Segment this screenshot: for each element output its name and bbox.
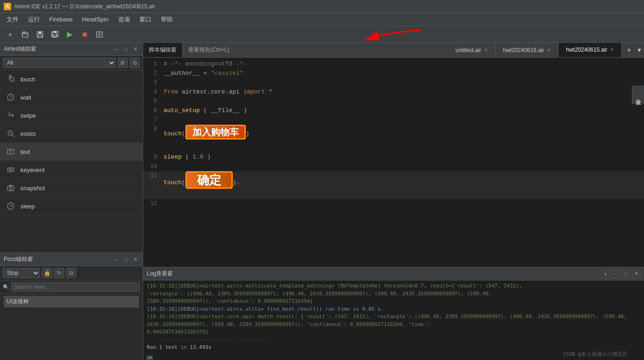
title-bar: A Airtest IDE v1.2.17 ~~ D:\code\code_ai… (0, 0, 644, 13)
poco-refresh-btn[interactable]: ↻ (54, 268, 64, 278)
code-line-9: 9 sleep ( 1.0 ) (143, 153, 644, 162)
tab-hwt20240616[interactable]: hwt20240616.air ✕ (496, 43, 559, 58)
poco-minimize-btn[interactable]: ─ (113, 256, 120, 263)
code-line-8: 8 touch( 加入购物车 ) (143, 125, 644, 153)
save-button[interactable] (33, 28, 46, 41)
snapshot-label: snapshot (20, 185, 45, 192)
tab-hwt20240615[interactable]: hwt20240615.air ✕ (559, 43, 622, 58)
code-line-5: 5 (143, 97, 644, 106)
tab-add-button[interactable]: + (624, 45, 635, 56)
text-label: text (20, 148, 30, 155)
poco-close-btn[interactable]: ✕ (131, 256, 139, 263)
open-button[interactable] (19, 28, 32, 41)
tab-untitled-close[interactable]: ✕ (484, 47, 488, 53)
svg-rect-7 (54, 31, 56, 33)
tab-untitled[interactable]: untitled.air ✕ (448, 43, 495, 58)
keyevent-icon (6, 165, 16, 175)
run-button[interactable]: ▶ (63, 28, 76, 41)
log-close-btn[interactable]: ✕ (632, 270, 640, 278)
menu-window[interactable]: 窗口 (135, 13, 156, 26)
snapshot-icon (6, 183, 16, 193)
log-restore-btn[interactable]: □ (622, 270, 630, 278)
airtest-item-swipe[interactable]: swipe (0, 107, 143, 125)
airtest-item-exists[interactable]: exists (0, 125, 143, 143)
airtest-panel: Airtest辅助窗 ─ □ ✕ All ⊞ ⧉ t (0, 43, 143, 253)
poco-copy-btn[interactable]: ⧉ (66, 268, 76, 278)
svg-rect-23 (10, 169, 12, 170)
save-all-button[interactable] (48, 28, 61, 41)
menu-options[interactable]: 选项 (113, 13, 135, 26)
airtest-filter-select[interactable]: All (3, 58, 116, 68)
code-line-4: 4 from airtest.core.api import * (143, 87, 644, 97)
poco-lock-btn[interactable]: 🔒 (42, 268, 52, 278)
airtest-filter-icon1[interactable]: ⊞ (118, 58, 128, 68)
log-format-btn[interactable]: ≡ (601, 270, 610, 278)
csdn-watermark: CSDN @木土雨成小小测试员 (563, 351, 627, 359)
poco-search-input[interactable] (11, 282, 140, 292)
log-line-2: [16:15:18][DEBUG]<airtest.aircv.utils> f… (147, 306, 640, 313)
log-minimize-btn[interactable]: ─ (611, 270, 620, 278)
menu-bar: 文件 运行 Firebase HeadSpin 选项 窗口 帮助 (0, 13, 644, 26)
app-icon: A (4, 3, 11, 10)
poco-restore-btn[interactable]: □ (122, 256, 130, 263)
code-line-2: 2 __author__ = "cassiel" (143, 69, 644, 78)
poco-search-icon: 🔍 (3, 284, 9, 290)
code-editor[interactable]: 1 # -*- encoding=utf8 -*- 2 __author__ =… (143, 58, 644, 267)
code-line-10: 10 (143, 162, 644, 171)
airtest-panel-title: Airtest辅助窗 (4, 45, 36, 53)
touch-label: touch (20, 76, 35, 83)
editor-tab-bar: 脚本编辑窗 查看报告(Ctrl+L) untitled.air ✕ hwt202… (143, 43, 644, 58)
toolbar: + ▶ ⏹ (0, 26, 644, 43)
right-panel: 脚本编辑窗 查看报告(Ctrl+L) untitled.air ✕ hwt202… (143, 43, 644, 360)
svg-rect-3 (39, 32, 41, 34)
airtest-minimize-btn[interactable]: ─ (113, 46, 120, 53)
airtest-filter-icon2[interactable]: ⧉ (130, 58, 140, 68)
airtest-item-keyevent[interactable]: keyevent (0, 161, 143, 179)
airtest-item-text[interactable]: text (0, 143, 143, 161)
code-line-7: 7 (143, 115, 644, 125)
airtest-filter-bar: All ⊞ ⧉ (0, 56, 143, 70)
poco-tree-item-ui[interactable]: UI连接树 (4, 296, 139, 307)
menu-run[interactable]: 运行 (23, 13, 45, 26)
tab-hwt20240616-close[interactable]: ✕ (547, 47, 551, 53)
menu-help[interactable]: 帮助 (156, 13, 177, 26)
new-button[interactable]: + (4, 28, 17, 41)
log-controls: ≡ ─ □ ✕ (601, 270, 640, 278)
img-btn-add-cart[interactable]: 加入购物车 (185, 125, 246, 140)
log-panel-header: Log查看窗 ≡ ─ □ ✕ (143, 267, 644, 280)
report-button[interactable] (93, 28, 106, 41)
airtest-item-snapshot[interactable]: snapshot (0, 179, 143, 197)
airtest-item-sleep[interactable]: sleep (0, 197, 143, 215)
airtest-item-touch[interactable]: touch (0, 70, 143, 88)
settings-right-button[interactable]: 设备 (632, 86, 644, 104)
img-btn-confirm[interactable]: 确定 (185, 171, 233, 189)
code-line-12: 12 (143, 199, 644, 208)
swipe-label: swipe (20, 112, 36, 119)
airtest-restore-btn[interactable]: □ (122, 46, 130, 53)
poco-search-bar: 🔍 (0, 280, 143, 294)
airtest-close-btn[interactable]: ✕ (131, 46, 139, 53)
tab-report[interactable]: 查看报告(Ctrl+L) (183, 43, 235, 58)
menu-file[interactable]: 文件 (2, 13, 23, 26)
airtest-items-list: touch wait swipe (0, 70, 143, 253)
poco-stop-select[interactable]: Stop (3, 268, 40, 278)
svg-rect-22 (8, 169, 10, 170)
main-layout: Airtest辅助窗 ─ □ ✕ All ⊞ ⧉ t (0, 43, 644, 360)
svg-rect-18 (7, 149, 14, 154)
log-content: [16:15:18][DEBUG]<airtest.aircv.multisca… (143, 280, 644, 360)
tab-script-editor[interactable]: 脚本编辑窗 (143, 43, 183, 58)
stop-button[interactable]: ⏹ (78, 28, 91, 41)
poco-panel-controls: ─ □ ✕ (113, 256, 139, 263)
svg-rect-0 (22, 33, 28, 37)
airtest-item-wait[interactable]: wait (0, 88, 143, 107)
tab-hwt20240615-close[interactable]: ✕ (610, 47, 614, 52)
menu-headspin[interactable]: HeadSpin (78, 14, 113, 25)
menu-firebase[interactable]: Firebase (45, 14, 78, 25)
exists-icon (6, 128, 16, 139)
svg-point-27 (9, 187, 12, 190)
tab-arrow-button[interactable]: ▼ (635, 45, 644, 56)
exists-label: exists (20, 130, 36, 137)
log-divider: --------------------------------------- (147, 336, 640, 344)
code-line-3: 3 (143, 78, 644, 87)
poco-toolbar: Stop 🔒 ↻ ⧉ (0, 266, 143, 280)
